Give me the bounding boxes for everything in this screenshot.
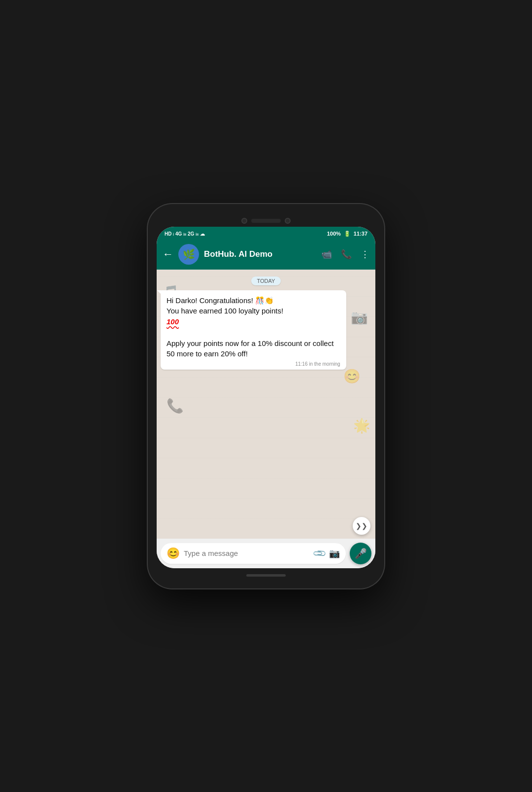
video-call-icon[interactable]: 📹	[321, 249, 332, 260]
phone-camera	[241, 218, 247, 224]
attach-icon[interactable]: 📎	[312, 546, 327, 561]
chat-area: TODAY 🎵 📷 🎬 😊 📞 🌟 Hi Darko! Congratulati…	[157, 270, 375, 539]
contact-avatar[interactable]: 🌿	[178, 244, 199, 265]
message-line2: You have earned 100 loyalty points!	[166, 307, 283, 315]
voice-call-icon[interactable]: 📞	[341, 249, 352, 260]
clock: 11:37	[354, 231, 367, 237]
header-icons: 📹 📞 ⋮	[321, 249, 369, 260]
scroll-to-bottom-button[interactable]: ❯❯	[353, 517, 370, 535]
message-meta: 11:16 in the morning	[166, 361, 340, 367]
avatar-icon: 🌿	[183, 248, 195, 260]
date-chip-container: TODAY	[161, 273, 371, 287]
status-right: 100% 🔋 11:37	[327, 231, 367, 237]
phone-screen: HD ᵢ 4G ᵢₗₗ 2G ᵢₗₗ ☁ 100% 🔋 11:37 ← 🌿 Bo…	[157, 227, 375, 568]
message-timestamp: 11:16 in the morning	[295, 361, 340, 367]
message-line3: Apply your points now for a 10% discount…	[166, 339, 333, 358]
wm-icon-6: 🌟	[353, 417, 370, 434]
camera-icon[interactable]: 📷	[329, 548, 340, 559]
network-indicators: HD ᵢ 4G ᵢₗₗ 2G ᵢₗₗ ☁	[165, 231, 205, 237]
message-emoji-100: 100	[166, 317, 179, 326]
wm-icon-4: 😊	[343, 368, 361, 384]
battery-level: 100%	[327, 231, 341, 237]
message-bubble-1: Hi Darko! Congratulations! 🎊👏 You have e…	[161, 290, 346, 370]
phone-top-bar	[157, 213, 375, 227]
date-chip: TODAY	[251, 276, 281, 285]
phone-camera-right	[285, 218, 291, 224]
phone-shell: HD ᵢ 4G ᵢₗₗ 2G ᵢₗₗ ☁ 100% 🔋 11:37 ← 🌿 Bo…	[148, 204, 384, 588]
message-line1: Hi Darko! Congratulations! 🎊👏	[166, 296, 274, 305]
chat-header: ← 🌿 BotHub. AI Demo 📹 📞 ⋮	[157, 240, 375, 270]
status-bar: HD ᵢ 4G ᵢₗₗ 2G ᵢₗₗ ☁ 100% 🔋 11:37	[157, 227, 375, 240]
messages-list: Hi Darko! Congratulations! 🎊👏 You have e…	[161, 290, 371, 370]
phone-speaker	[251, 219, 281, 223]
home-indicator[interactable]	[246, 574, 286, 577]
contact-name[interactable]: BotHub. AI Demo	[204, 249, 316, 259]
message-text: Hi Darko! Congratulations! 🎊👏 You have e…	[166, 295, 340, 360]
input-bar: 😊 📎 📷 🎤	[157, 539, 375, 568]
message-input[interactable]	[184, 549, 310, 557]
phone-bottom-bar	[157, 568, 375, 580]
mic-button[interactable]: 🎤	[350, 543, 371, 564]
emoji-picker-icon[interactable]: 😊	[166, 547, 180, 560]
back-button[interactable]: ←	[163, 249, 173, 260]
battery-icon: 🔋	[344, 231, 351, 237]
chevron-down-icon: ❯❯	[356, 522, 367, 530]
menu-icon[interactable]: ⋮	[361, 249, 369, 260]
mic-icon: 🎤	[355, 548, 367, 559]
status-left: HD ᵢ 4G ᵢₗₗ 2G ᵢₗₗ ☁	[165, 231, 205, 237]
wm-icon-5: 📞	[166, 398, 184, 414]
input-wrapper: 😊 📎 📷	[161, 543, 346, 564]
